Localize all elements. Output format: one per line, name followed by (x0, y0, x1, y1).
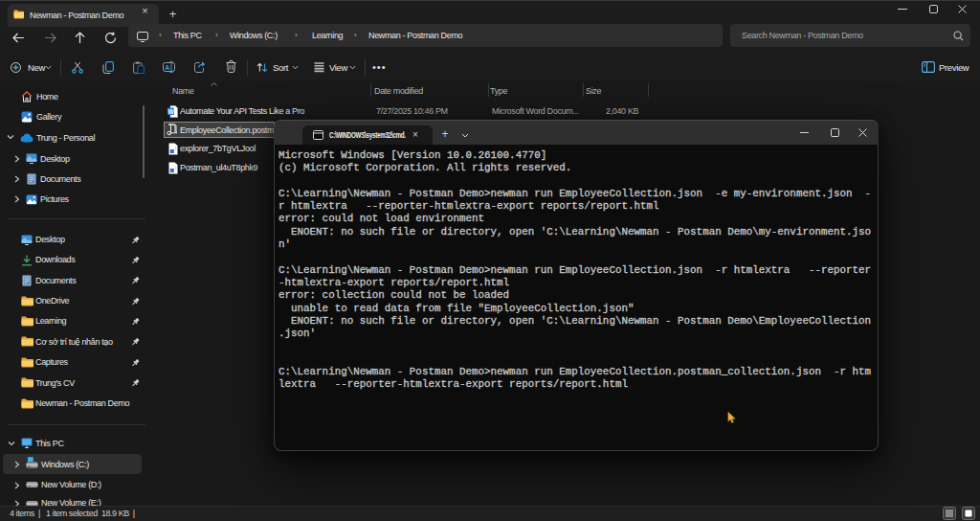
svg-text:A: A (165, 64, 169, 71)
svg-text:W: W (167, 108, 174, 115)
